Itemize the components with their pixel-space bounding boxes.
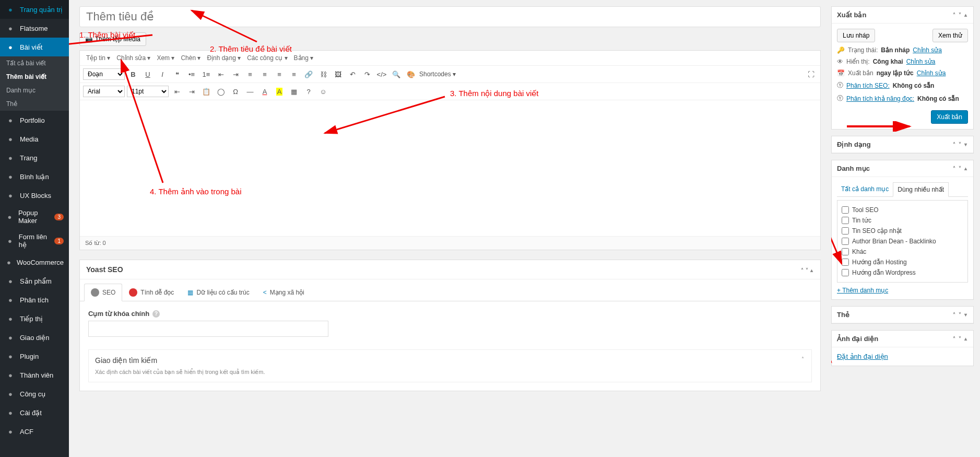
align-left-icon[interactable]: ≡ [244, 68, 256, 80]
sidebar-item-18[interactable]: ●Cài đặt [0, 403, 69, 422]
category-checkbox[interactable] [842, 227, 849, 235]
menubar-item-4[interactable]: Định dạng ▾ [205, 53, 243, 63]
menubar-item-0[interactable]: Tệp tin ▾ [84, 53, 112, 63]
sidebar-item-10[interactable]: ●WooCommerce [0, 253, 69, 272]
add-category-link[interactable]: + Thêm danh mục [837, 287, 888, 294]
sidebar-item-3[interactable]: ●Portfolio [0, 111, 69, 130]
link-icon[interactable]: 🔗 [302, 68, 315, 80]
shortcodes-dropdown[interactable]: Shortcodes ▾ [419, 68, 456, 80]
save-draft-button[interactable]: Lưu nháp [837, 29, 875, 42]
italic-icon[interactable]: I [156, 68, 169, 80]
content-editor[interactable] [80, 100, 820, 236]
sidebar-item-13[interactable]: ●Tiếp thị [0, 309, 69, 328]
code-icon[interactable]: </> [375, 68, 388, 80]
hr-icon[interactable]: ― [244, 85, 256, 98]
preview-button[interactable]: Xem thử [932, 29, 968, 42]
yoast-tab-seo[interactable]: SEO [84, 284, 122, 301]
find-icon[interactable]: 🔍 [390, 68, 403, 80]
sidebar-item-12[interactable]: ●Phân tích [0, 290, 69, 309]
category-checkbox[interactable] [842, 248, 849, 255]
image-icon[interactable]: 🖼 [332, 68, 344, 80]
keyword-input[interactable] [88, 321, 328, 337]
special-icon[interactable]: Ω [229, 85, 242, 98]
publish-button[interactable]: Xuất bản [931, 110, 968, 124]
textcolor-icon[interactable]: A [258, 85, 271, 98]
bgcolor-icon[interactable]: A [273, 85, 286, 98]
cat-tab-all[interactable]: Tất cả danh mục [837, 182, 893, 196]
undo-icon[interactable]: ↶ [346, 68, 359, 80]
category-item-3[interactable]: Author Brian Dean - Backlinko [842, 236, 963, 247]
clear-icon[interactable]: ◯ [215, 85, 227, 98]
sidebar-item-1[interactable]: ●Flatsome [0, 19, 69, 38]
font-select[interactable]: Arial [83, 86, 125, 97]
outdent2-icon[interactable]: ⇤ [171, 85, 183, 98]
yoast-tab-readability[interactable]: Tính dễ đọc [122, 284, 181, 301]
emoji-icon[interactable]: ☺ [317, 85, 329, 98]
category-item-5[interactable]: Hướng dẫn Hosting [842, 257, 963, 267]
edit-schedule-link[interactable]: Chỉnh sửa [917, 69, 946, 77]
edit-visibility-link[interactable]: Chỉnh sửa [906, 58, 936, 65]
menubar-item-5[interactable]: Các công cụ ▾ [245, 53, 289, 63]
paste-icon[interactable]: 📋 [200, 85, 212, 98]
size-select[interactable]: 11pt [127, 86, 169, 97]
post-title-input[interactable] [79, 6, 821, 27]
category-checkbox[interactable] [842, 238, 849, 245]
submenu-item-3[interactable]: Thẻ [0, 97, 69, 111]
publish-toggle-icon[interactable]: ▴ [963, 12, 968, 18]
indent-icon[interactable]: ⇥ [229, 68, 242, 80]
yoast-tab-schema[interactable]: ▦Dữ liệu có cấu trúc [181, 284, 256, 301]
menubar-item-2[interactable]: Xem ▾ [155, 53, 176, 63]
sidebar-item-0[interactable]: ●Trang quản trị [0, 0, 69, 19]
category-item-2[interactable]: Tin SEO cập nhật [842, 226, 963, 236]
redo-icon[interactable]: ↷ [361, 68, 373, 80]
sidebar-item-4[interactable]: ●Media [0, 130, 69, 148]
read-analysis-link[interactable]: Phân tích khả năng đọc: [846, 95, 914, 102]
sidebar-item-6[interactable]: ●Bình luận [0, 167, 69, 186]
yoast-toggle[interactable]: ˄˅▴ [800, 265, 814, 274]
number-list-icon[interactable]: 1≡ [200, 68, 212, 80]
underline-icon[interactable]: U [141, 68, 154, 80]
edit-status-link[interactable]: Chỉnh sửa [913, 46, 942, 54]
category-item-1[interactable]: Tin tức [842, 215, 963, 226]
quote-icon[interactable]: ❝ [171, 68, 183, 80]
align-justify-icon[interactable]: ≡ [288, 68, 300, 80]
help-icon[interactable]: ? [302, 85, 315, 98]
publish-down-icon[interactable]: ˅ [958, 12, 962, 18]
bullet-list-icon[interactable]: •≡ [185, 68, 198, 80]
unlink-icon[interactable]: ⛓ [317, 68, 329, 80]
category-checkbox[interactable] [842, 217, 849, 224]
sidebar-item-14[interactable]: ●Giao diện [0, 328, 69, 347]
outdent-icon[interactable]: ⇤ [215, 68, 227, 80]
sidebar-item-8[interactable]: ●Popup Maker3 [0, 205, 69, 229]
keyword-help-icon[interactable]: ? [152, 310, 160, 318]
sidebar-item-5[interactable]: ●Trang [0, 148, 69, 167]
preview-toggle-icon[interactable]: ˄ [800, 356, 805, 365]
fullscreen-icon[interactable]: ⛶ [805, 68, 817, 80]
category-checkbox[interactable] [842, 269, 849, 276]
set-featured-link[interactable]: Đặt ảnh đại diện [837, 353, 888, 360]
sidebar-item-16[interactable]: ●Thành viên [0, 366, 69, 384]
submenu-item-2[interactable]: Danh mục [0, 84, 69, 97]
category-item-4[interactable]: Khác [842, 247, 963, 257]
yoast-tab-social[interactable]: <Mạng xã hội [256, 284, 311, 301]
align-center-icon[interactable]: ≡ [258, 68, 271, 80]
submenu-item-1[interactable]: Thêm bài viết [0, 70, 69, 84]
sidebar-item-2[interactable]: ●Bài viết [0, 38, 69, 56]
paint-icon[interactable]: 🎨 [405, 68, 417, 80]
sidebar-item-9[interactable]: ●Form liên hệ1 [0, 229, 69, 253]
sidebar-item-11[interactable]: ●Sản phẩm [0, 272, 69, 290]
menubar-item-1[interactable]: Chỉnh sửa ▾ [114, 53, 152, 63]
indent2-icon[interactable]: ⇥ [185, 85, 198, 98]
table-icon[interactable]: ▦ [288, 85, 300, 98]
sidebar-item-19[interactable]: ●ACF [0, 422, 69, 441]
submenu-item-0[interactable]: Tất cả bài viết [0, 56, 69, 70]
align-right-icon[interactable]: ≡ [273, 68, 286, 80]
publish-up-icon[interactable]: ˄ [952, 12, 957, 18]
category-item-0[interactable]: Tool SEO [842, 205, 963, 215]
sidebar-item-15[interactable]: ●Plugin [0, 347, 69, 366]
add-media-button[interactable]: 📷 Thêm tệp Media [79, 32, 146, 46]
category-checkbox[interactable] [842, 259, 849, 266]
category-checkbox[interactable] [842, 206, 849, 214]
seo-analysis-link[interactable]: Phân tích SEO: [846, 82, 890, 89]
bold-icon[interactable]: B [127, 68, 139, 80]
